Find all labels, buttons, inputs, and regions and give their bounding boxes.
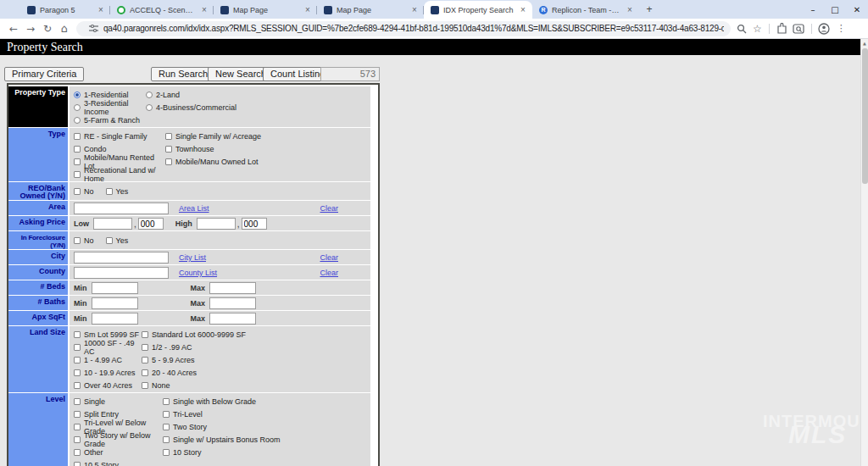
city-input[interactable] xyxy=(74,252,169,264)
checkbox-10-story[interactable]: 10 Story xyxy=(163,448,370,457)
checkbox-standard-lot[interactable]: Standard Lot 6000-9999 SF xyxy=(142,330,370,339)
radio-icon xyxy=(74,104,81,111)
area-list-link[interactable]: Area List xyxy=(179,204,209,213)
checkbox-reo-yes[interactable]: Yes xyxy=(106,187,129,196)
scroll-up-icon[interactable]: ▲ xyxy=(861,39,868,47)
radio-1-residential[interactable]: 1-Residential xyxy=(74,91,146,99)
checkbox-label: Other xyxy=(84,448,103,457)
checkbox-two-story-below-grade[interactable]: Two Story w/ Below Grade xyxy=(74,431,163,448)
county-clear-link[interactable]: Clear xyxy=(320,269,338,277)
checkbox-re-single-family[interactable]: RE - Single Family xyxy=(74,132,165,141)
home-icon[interactable]: ⌂ xyxy=(56,22,73,35)
checkbox-two-story[interactable]: Two Story xyxy=(163,423,370,431)
tab-close-icon[interactable]: × xyxy=(200,6,209,14)
checkbox-10-5-story[interactable]: 10.5 Story xyxy=(74,461,163,466)
checkbox-20-40-acres[interactable]: 20 - 40 Acres xyxy=(142,369,370,377)
radio-5-farm-ranch[interactable]: 5-Farm & Ranch xyxy=(74,116,146,125)
mls-watermark: MLS xyxy=(788,420,847,449)
browser-menu-icon[interactable]: ⋮ xyxy=(837,23,846,34)
checkbox-single-upstairs-bonus[interactable]: Single w/ Upstairs Bonus Room xyxy=(163,435,370,444)
checkbox-level-other[interactable]: Other xyxy=(74,448,163,457)
tab-replicon[interactable]: R Replicon - Team - Timesheets × xyxy=(532,2,639,19)
checkbox-single-family-acreage[interactable]: Single Family w/ Acreage xyxy=(165,132,370,141)
form-label-reo: REO/Bank Owned (Y/N) xyxy=(8,182,68,200)
forward-icon[interactable]: → xyxy=(22,23,39,35)
checkbox-reo-no[interactable]: No xyxy=(74,187,94,196)
form-row-asking-price: Asking Price Low , High , xyxy=(8,216,378,230)
tab-search-icon[interactable] xyxy=(793,24,804,34)
beds-min-input[interactable] xyxy=(92,282,138,294)
maximize-button[interactable]: □ xyxy=(824,5,846,14)
checkbox-foreclosure-no[interactable]: No xyxy=(74,236,94,245)
checkbox-half-99ac[interactable]: 1/2 - .99 AC xyxy=(142,343,370,352)
tab-close-icon[interactable]: × xyxy=(97,6,105,14)
sqft-max-input[interactable] xyxy=(209,313,256,325)
city-list-link[interactable]: City List xyxy=(179,253,206,262)
checkbox-split-entry[interactable]: Split Entry xyxy=(74,410,163,419)
baths-min-input[interactable] xyxy=(92,297,138,309)
radio-4-business-commercial[interactable]: 4-Business/Commercial xyxy=(146,103,370,112)
paragon-favicon-icon xyxy=(27,6,36,14)
site-info-icon[interactable] xyxy=(89,24,98,33)
checkbox-label: 5 - 9.9 Acres xyxy=(152,356,195,364)
tab-close-icon[interactable]: × xyxy=(519,6,527,14)
address-bar[interactable]: qa40.paragonrels.com/idx/idx.aspx?RMLS_S… xyxy=(76,21,731,36)
new-tab-button[interactable]: + xyxy=(643,3,656,17)
checkbox-recreational-land[interactable]: Recreational Land w/ Home xyxy=(74,166,165,183)
minimize-button[interactable]: – xyxy=(802,5,824,14)
tab-paragon5[interactable]: Paragon 5 × xyxy=(20,2,110,19)
checkbox-tri-level[interactable]: Tri-Level xyxy=(163,410,370,419)
checkbox-1-499ac[interactable]: 1 - 4.99 AC xyxy=(74,356,142,364)
checkbox-sm-lot[interactable]: Sm Lot 5999 SF xyxy=(74,330,142,339)
page-scrollbar[interactable]: ▲ xyxy=(860,39,868,466)
run-search-button[interactable]: Run Search xyxy=(151,67,215,81)
tab-close-icon[interactable]: × xyxy=(410,6,419,14)
url-text[interactable]: qa40.paragonrels.com/idx/idx.aspx?RMLS_S… xyxy=(103,24,724,33)
checkbox-10000sf-49ac[interactable]: 10000 SF - .49 AC xyxy=(74,339,142,356)
tab-idx-property-search[interactable]: IDX Property Search × xyxy=(424,1,532,19)
checkbox-5-99-acres[interactable]: 5 - 9.9 Acres xyxy=(142,356,370,364)
tab-accelq[interactable]: ACCELQ - Scenarios × xyxy=(110,2,214,19)
radio-3-residential-income[interactable]: 3-Residential Income xyxy=(74,99,146,116)
tab-map-page-1[interactable]: Map Page × xyxy=(214,2,317,19)
checkbox-single[interactable]: Single xyxy=(74,397,163,406)
form-label-beds: # Beds xyxy=(8,280,68,295)
checkbox-land-none[interactable]: None xyxy=(142,381,370,390)
tab-close-icon[interactable]: × xyxy=(626,6,634,14)
county-input[interactable] xyxy=(74,267,169,279)
checkbox-icon xyxy=(74,462,81,466)
asking-price-low-input[interactable] xyxy=(93,218,132,230)
baths-max-input[interactable] xyxy=(209,297,256,309)
checkbox-single-below-grade[interactable]: Single with Below Grade xyxy=(163,397,370,406)
checkbox-townhouse[interactable]: Townhouse xyxy=(165,145,370,153)
area-clear-link[interactable]: Clear xyxy=(320,204,338,213)
back-icon[interactable]: ← xyxy=(5,23,22,35)
form-row-sqft: Apx SqFt Min Max xyxy=(8,311,378,325)
checkbox-mobile-owned-lot[interactable]: Mobile/Manu Owned Lot xyxy=(165,158,370,166)
checkbox-10-199-acres[interactable]: 10 - 19.9 Acres xyxy=(74,369,142,377)
scrollbar-thumb[interactable] xyxy=(862,48,868,184)
tab-map-page-2[interactable]: Map Page × xyxy=(317,2,424,19)
checkbox-label: Condo xyxy=(84,145,107,153)
profile-icon[interactable] xyxy=(818,23,830,35)
area-input[interactable] xyxy=(74,202,169,214)
county-list-link[interactable]: County List xyxy=(179,269,217,277)
checkbox-over-40-acres[interactable]: Over 40 Acres xyxy=(74,381,142,390)
checkbox-condo[interactable]: Condo xyxy=(74,145,165,153)
checkbox-foreclosure-yes[interactable]: Yes xyxy=(106,236,129,245)
sqft-min-input[interactable] xyxy=(92,313,138,325)
close-window-button[interactable]: ✕ xyxy=(846,5,868,14)
radio-2-land[interactable]: 2-Land xyxy=(146,91,370,99)
bookmark-star-icon[interactable]: ☆ xyxy=(753,23,762,35)
asking-price-low-thousands[interactable] xyxy=(138,218,164,230)
tab-close-icon[interactable]: × xyxy=(303,6,312,14)
zoom-icon[interactable] xyxy=(737,24,747,34)
asking-price-high-input[interactable] xyxy=(197,218,236,230)
primary-criteria-button[interactable]: Primary Criteria xyxy=(4,67,84,81)
asking-price-high-thousands[interactable] xyxy=(242,218,267,230)
beds-max-input[interactable] xyxy=(209,282,256,294)
extensions-icon[interactable] xyxy=(776,23,787,34)
reload-icon[interactable]: ↻ xyxy=(39,23,56,35)
tab-title: ACCELQ - Scenarios xyxy=(130,6,195,14)
city-clear-link[interactable]: Clear xyxy=(320,253,338,262)
